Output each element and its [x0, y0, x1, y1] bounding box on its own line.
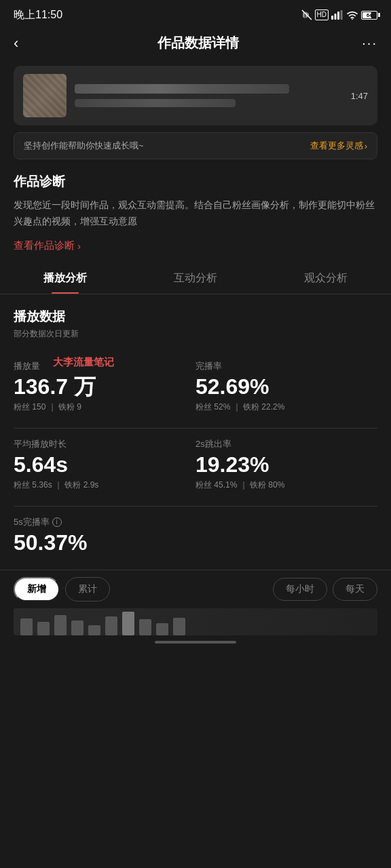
svg-rect-7 [37, 622, 50, 635]
stat-plays-sub: 粉丝 150 ｜ 铁粉 9 [14, 401, 182, 413]
tabs-bar: 播放分析 互动分析 观众分析 [0, 263, 391, 294]
svg-rect-8 [54, 615, 67, 635]
more-button[interactable]: ··· [362, 35, 377, 51]
wifi-icon [346, 10, 358, 20]
battery-label: 64 [362, 12, 377, 19]
tab-play-analysis[interactable]: 播放分析 [0, 263, 130, 294]
play-data-section: 播放数据 部分数据次日更新 播放量 136.7 万 大李流量笔记 粉丝 150 … [0, 294, 391, 570]
stat-5s-label: 5s完播率 i [14, 516, 377, 528]
stat-plays: 播放量 136.7 万 大李流量笔记 粉丝 150 ｜ 铁粉 9 [14, 353, 196, 425]
stat-plays-value: 136.7 万 [14, 375, 182, 399]
svg-rect-12 [122, 612, 134, 635]
chart-svg [14, 608, 377, 635]
svg-rect-2 [335, 14, 337, 20]
stat-5s-value: 50.37% [14, 531, 377, 555]
diagnosis-content: 发现您近一段时间作品，观众互动需提高。结合自己粉丝画像分析，制作更能切中粉丝兴趣… [14, 197, 377, 230]
stats-divider-2 [14, 506, 377, 507]
mute-icon [301, 9, 312, 20]
signal-icon [331, 10, 343, 20]
back-button[interactable]: ‹ [14, 35, 34, 52]
home-bar [155, 641, 236, 644]
video-info-row: 1:47 [14, 66, 377, 125]
stat-avg-duration: 平均播放时长 5.64s 粉丝 5.36s ｜ 铁粉 2.9s [14, 431, 196, 503]
status-icons: HD 64 [301, 9, 377, 20]
svg-rect-4 [341, 10, 343, 20]
svg-rect-6 [20, 618, 33, 635]
btn-cumulative[interactable]: 累计 [65, 577, 110, 601]
bottom-tabs: 新增 累计 每小时 每天 [0, 570, 391, 608]
stat-completion-sub: 粉丝 52% ｜ 铁粉 22.2% [196, 401, 377, 413]
diagnosis-link[interactable]: 查看作品诊断 › [14, 239, 377, 252]
svg-rect-15 [173, 618, 185, 635]
status-bar: 晚上11:50 HD 64 [0, 0, 391, 27]
svg-rect-9 [71, 620, 83, 635]
stat-completion-label: 完播率 [196, 360, 377, 372]
tip-link[interactable]: 查看更多灵感 › [310, 140, 367, 152]
hd-badge: HD [315, 9, 329, 20]
stat-bounce-label: 2s跳出率 [196, 438, 364, 450]
video-duration: 1:47 [351, 91, 368, 101]
svg-rect-13 [139, 619, 151, 635]
diagnosis-section: 作品诊断 发现您近一段时间作品，观众互动需提高。结合自己粉丝画像分析，制作更能切… [14, 173, 377, 252]
page-title: 作品数据详情 [157, 34, 239, 52]
tip-chevron: › [365, 141, 367, 151]
chart-area [14, 608, 377, 635]
svg-rect-1 [331, 16, 333, 20]
svg-rect-10 [88, 625, 100, 635]
video-title-blur [75, 84, 289, 94]
status-time: 晚上11:50 [14, 8, 62, 22]
stat-bounce-rate: 2s跳出率 19.23% 粉丝 45.1% ｜ 铁粉 80% [196, 431, 377, 503]
home-indicator [0, 635, 391, 646]
btn-group-right: 每小时 每天 [273, 578, 377, 601]
svg-rect-3 [337, 12, 339, 20]
btn-new[interactable]: 新增 [14, 577, 60, 601]
battery-icon: 64 [361, 11, 377, 20]
svg-rect-14 [156, 623, 168, 635]
data-update-note: 部分数据次日更新 [14, 328, 377, 340]
play-data-title: 播放数据 [14, 308, 377, 326]
diagnosis-title: 作品诊断 [14, 173, 377, 191]
tip-banner[interactable]: 坚持创作能帮助你快速成长哦~ 查看更多灵感 › [14, 132, 377, 159]
btn-hourly[interactable]: 每小时 [273, 578, 327, 601]
stat-avg-duration-label: 平均播放时长 [14, 438, 196, 450]
svg-point-5 [352, 18, 353, 20]
tip-text: 坚持创作能帮助你快速成长哦~ [24, 140, 310, 152]
video-thumbnail [23, 74, 67, 117]
stat-bounce-sub: 粉丝 45.1% ｜ 铁粉 80% [196, 479, 364, 491]
stat-avg-duration-sub: 粉丝 5.36s ｜ 铁粉 2.9s [14, 479, 196, 491]
stat-completion-rate: 完播率 52.69% 粉丝 52% ｜ 铁粉 22.2% [196, 353, 377, 425]
tab-interaction-analysis[interactable]: 互动分析 [130, 263, 261, 294]
nav-bar: ‹ 作品数据详情 ··· [0, 27, 391, 59]
info-icon[interactable]: i [52, 517, 62, 527]
btn-group-left: 新增 累计 [14, 577, 110, 601]
btn-daily[interactable]: 每天 [333, 578, 377, 601]
tab-audience-analysis[interactable]: 观众分析 [261, 263, 391, 294]
video-meta [75, 84, 343, 107]
stat-avg-duration-value: 5.64s [14, 453, 196, 477]
video-card: 1:47 [14, 66, 377, 125]
svg-rect-11 [105, 616, 117, 635]
stat-5s-completion: 5s完播率 i 50.37% [14, 509, 377, 570]
stat-completion-value: 52.69% [196, 375, 377, 399]
watermark-label: 大李流量笔记 [53, 356, 114, 369]
stat-bounce-value: 19.23% [196, 453, 364, 477]
stats-grid: 播放量 136.7 万 大李流量笔记 粉丝 150 ｜ 铁粉 9 完播率 52.… [14, 353, 377, 570]
stats-divider-1 [14, 428, 377, 429]
video-sub-blur [75, 99, 236, 107]
